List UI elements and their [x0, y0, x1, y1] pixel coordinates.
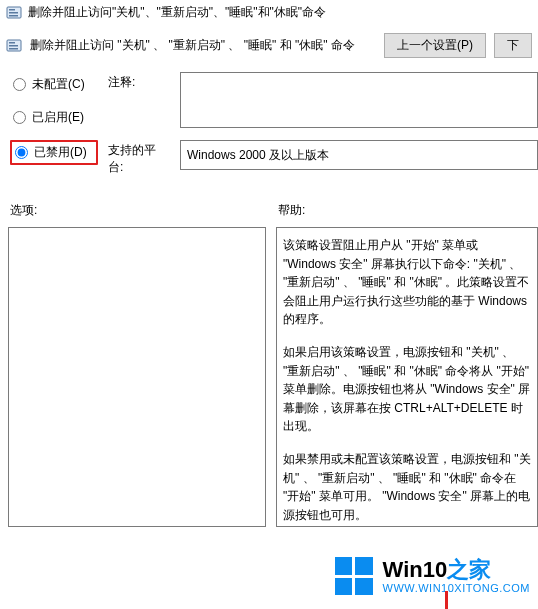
window-title: 删除并阻止访问"关机"、"重新启动"、"睡眠"和"休眠"命令 [28, 4, 326, 21]
radio-enabled-label: 已启用(E) [32, 109, 84, 126]
help-paragraph: 该策略设置阻止用户从 "开始" 菜单或 "Windows 安全" 屏幕执行以下命… [283, 236, 531, 329]
options-section-label: 选项: [10, 202, 278, 219]
svg-rect-2 [9, 12, 18, 14]
help-paragraph: 如果禁用或未配置该策略设置，电源按钮和 "关机" 、 "重新启动" 、 "睡眠"… [283, 450, 531, 524]
radio-not-configured-input[interactable] [13, 78, 26, 91]
options-panel [8, 227, 266, 527]
svg-rect-3 [9, 15, 18, 17]
watermark-brand: Win10之家 [383, 558, 530, 582]
help-section-label: 帮助: [278, 202, 305, 219]
radio-not-configured[interactable]: 未配置(C) [10, 74, 98, 95]
help-paragraph: 如果启用该策略设置，电源按钮和 "关机" 、 "重新启动" 、 "睡眠" 和 "… [283, 343, 531, 436]
supported-platform-value: Windows 2000 及以上版本 [180, 140, 538, 170]
watermark-url: WWW.WIN10XITONG.COM [383, 582, 530, 594]
radio-disabled-label: 已禁用(D) [34, 144, 87, 161]
radio-enabled-input[interactable] [13, 111, 26, 124]
svg-rect-6 [9, 45, 18, 47]
radio-enabled[interactable]: 已启用(E) [10, 107, 98, 128]
help-panel: 该策略设置阻止用户从 "开始" 菜单或 "Windows 安全" 屏幕执行以下命… [276, 227, 538, 527]
radio-disabled-input[interactable] [15, 146, 28, 159]
svg-rect-1 [9, 9, 15, 11]
radio-disabled[interactable]: 已禁用(D) [10, 140, 98, 165]
policy-icon [6, 5, 22, 21]
supported-platform-label: 支持的平台: [108, 140, 170, 176]
windows-logo-icon [335, 557, 373, 595]
policy-title: 删除并阻止访问 "关机" 、 "重新启动" 、 "睡眠" 和 "休眠" 命令 [30, 37, 376, 54]
red-marker [445, 591, 448, 609]
previous-setting-button[interactable]: 上一个设置(P) [384, 33, 486, 58]
policy-icon [6, 38, 22, 54]
comment-label: 注释: [108, 72, 170, 128]
comment-textarea[interactable] [180, 72, 538, 128]
svg-rect-5 [9, 42, 15, 44]
svg-rect-7 [9, 48, 18, 50]
next-setting-button[interactable]: 下 [494, 33, 532, 58]
watermark: Win10之家 WWW.WIN10XITONG.COM [327, 551, 538, 601]
radio-not-configured-label: 未配置(C) [32, 76, 85, 93]
